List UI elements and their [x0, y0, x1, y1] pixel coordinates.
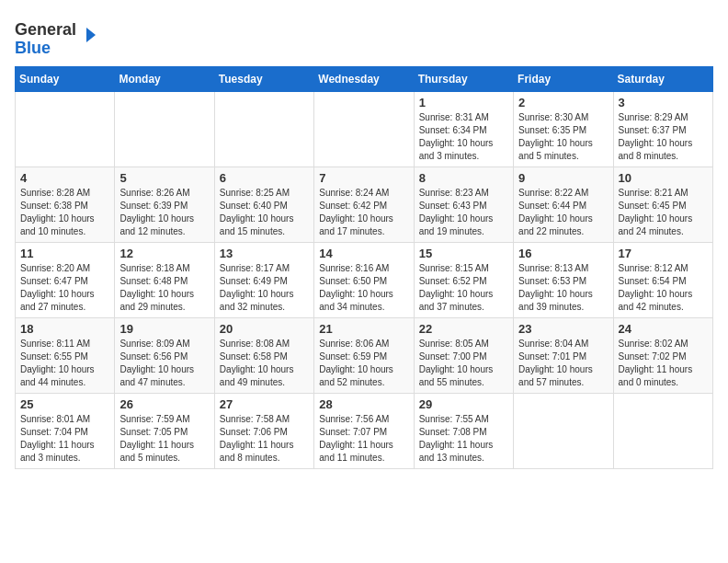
day-number: 23 — [518, 322, 608, 336]
calendar-cell — [514, 394, 613, 469]
day-number: 1 — [419, 96, 508, 109]
svg-marker-1 — [86, 28, 96, 42]
weekday-header: Thursday — [414, 67, 513, 92]
calendar-cell: 10Sunrise: 8:21 AM Sunset: 6:45 PM Dayli… — [613, 167, 712, 243]
logo-svg: General Blue — [15, 15, 97, 59]
page-header: General Blue — [15, 15, 713, 59]
day-info: Sunrise: 8:31 AM Sunset: 6:34 PM Dayligh… — [419, 111, 508, 163]
calendar-cell: 14Sunrise: 8:16 AM Sunset: 6:50 PM Dayli… — [314, 243, 414, 318]
day-number: 26 — [119, 397, 209, 411]
calendar-cell: 13Sunrise: 8:17 AM Sunset: 6:49 PM Dayli… — [214, 243, 313, 318]
day-info: Sunrise: 8:15 AM Sunset: 6:52 PM Dayligh… — [419, 262, 508, 314]
calendar-cell — [613, 394, 712, 469]
day-number: 13 — [220, 247, 309, 260]
day-number: 3 — [619, 96, 708, 109]
calendar-cell: 12Sunrise: 8:18 AM Sunset: 6:48 PM Dayli… — [115, 243, 214, 318]
calendar-week-row: 1Sunrise: 8:31 AM Sunset: 6:34 PM Daylig… — [16, 92, 713, 167]
day-info: Sunrise: 8:18 AM Sunset: 6:48 PM Dayligh… — [119, 262, 209, 314]
day-info: Sunrise: 8:12 AM Sunset: 6:54 PM Dayligh… — [619, 262, 708, 314]
day-number: 10 — [619, 171, 708, 185]
calendar-cell — [16, 92, 115, 167]
calendar-cell: 21Sunrise: 8:06 AM Sunset: 6:59 PM Dayli… — [314, 318, 414, 394]
day-info: Sunrise: 8:17 AM Sunset: 6:49 PM Dayligh… — [220, 262, 309, 314]
day-info: Sunrise: 8:05 AM Sunset: 7:00 PM Dayligh… — [419, 338, 508, 389]
calendar-cell: 23Sunrise: 8:04 AM Sunset: 7:01 PM Dayli… — [514, 318, 613, 394]
calendar-table: SundayMondayTuesdayWednesdayThursdayFrid… — [15, 66, 713, 469]
day-number: 18 — [20, 322, 109, 336]
calendar-cell: 28Sunrise: 7:56 AM Sunset: 7:07 PM Dayli… — [314, 394, 414, 469]
day-number: 6 — [220, 171, 309, 185]
day-info: Sunrise: 8:06 AM Sunset: 6:59 PM Dayligh… — [319, 338, 408, 389]
day-number: 11 — [20, 247, 109, 260]
calendar-cell: 20Sunrise: 8:08 AM Sunset: 6:58 PM Dayli… — [214, 318, 313, 394]
day-info: Sunrise: 8:26 AM Sunset: 6:39 PM Dayligh… — [119, 187, 209, 238]
day-number: 29 — [419, 397, 508, 411]
calendar-cell: 17Sunrise: 8:12 AM Sunset: 6:54 PM Dayli… — [613, 243, 712, 318]
weekday-header: Sunday — [16, 67, 115, 92]
svg-text:Blue: Blue — [15, 39, 51, 57]
day-info: Sunrise: 8:25 AM Sunset: 6:40 PM Dayligh… — [220, 187, 309, 238]
calendar-cell: 4Sunrise: 8:28 AM Sunset: 6:38 PM Daylig… — [16, 167, 115, 243]
day-number: 21 — [319, 322, 408, 336]
calendar-cell: 7Sunrise: 8:24 AM Sunset: 6:42 PM Daylig… — [314, 167, 414, 243]
day-info: Sunrise: 8:20 AM Sunset: 6:47 PM Dayligh… — [20, 262, 109, 314]
day-number: 20 — [220, 322, 309, 336]
calendar-cell: 29Sunrise: 7:55 AM Sunset: 7:08 PM Dayli… — [414, 394, 513, 469]
day-info: Sunrise: 8:21 AM Sunset: 6:45 PM Dayligh… — [619, 187, 708, 238]
calendar-cell: 26Sunrise: 7:59 AM Sunset: 7:05 PM Dayli… — [115, 394, 214, 469]
day-info: Sunrise: 7:59 AM Sunset: 7:05 PM Dayligh… — [119, 413, 209, 465]
day-number: 8 — [419, 171, 508, 185]
day-info: Sunrise: 8:28 AM Sunset: 6:38 PM Dayligh… — [20, 187, 109, 238]
calendar-cell: 5Sunrise: 8:26 AM Sunset: 6:39 PM Daylig… — [115, 167, 214, 243]
calendar-week-row: 4Sunrise: 8:28 AM Sunset: 6:38 PM Daylig… — [16, 167, 713, 243]
calendar-cell: 1Sunrise: 8:31 AM Sunset: 6:34 PM Daylig… — [414, 92, 513, 167]
day-info: Sunrise: 8:24 AM Sunset: 6:42 PM Dayligh… — [319, 187, 408, 238]
calendar-cell — [214, 92, 313, 167]
day-number: 9 — [518, 171, 608, 185]
calendar-cell: 6Sunrise: 8:25 AM Sunset: 6:40 PM Daylig… — [214, 167, 313, 243]
calendar-week-row: 18Sunrise: 8:11 AM Sunset: 6:55 PM Dayli… — [16, 318, 713, 394]
day-number: 7 — [319, 171, 408, 185]
calendar-week-row: 11Sunrise: 8:20 AM Sunset: 6:47 PM Dayli… — [16, 243, 713, 318]
day-info: Sunrise: 8:08 AM Sunset: 6:58 PM Dayligh… — [220, 338, 309, 389]
day-info: Sunrise: 8:02 AM Sunset: 7:02 PM Dayligh… — [619, 338, 708, 389]
calendar-cell: 22Sunrise: 8:05 AM Sunset: 7:00 PM Dayli… — [414, 318, 513, 394]
day-number: 19 — [119, 322, 209, 336]
day-info: Sunrise: 8:04 AM Sunset: 7:01 PM Dayligh… — [518, 338, 608, 389]
day-number: 14 — [319, 247, 408, 260]
day-info: Sunrise: 8:23 AM Sunset: 6:43 PM Dayligh… — [419, 187, 508, 238]
day-info: Sunrise: 7:56 AM Sunset: 7:07 PM Dayligh… — [319, 413, 408, 465]
day-number: 5 — [119, 171, 209, 185]
calendar-cell: 16Sunrise: 8:13 AM Sunset: 6:53 PM Dayli… — [514, 243, 613, 318]
day-info: Sunrise: 8:22 AM Sunset: 6:44 PM Dayligh… — [518, 187, 608, 238]
weekday-header: Friday — [514, 67, 613, 92]
calendar-cell: 19Sunrise: 8:09 AM Sunset: 6:56 PM Dayli… — [115, 318, 214, 394]
calendar-cell: 15Sunrise: 8:15 AM Sunset: 6:52 PM Dayli… — [414, 243, 513, 318]
calendar-cell: 3Sunrise: 8:29 AM Sunset: 6:37 PM Daylig… — [613, 92, 712, 167]
weekday-header: Tuesday — [214, 67, 313, 92]
day-number: 15 — [419, 247, 508, 260]
day-info: Sunrise: 8:13 AM Sunset: 6:53 PM Dayligh… — [518, 262, 608, 314]
calendar-cell: 8Sunrise: 8:23 AM Sunset: 6:43 PM Daylig… — [414, 167, 513, 243]
calendar-cell: 18Sunrise: 8:11 AM Sunset: 6:55 PM Dayli… — [16, 318, 115, 394]
calendar-cell: 25Sunrise: 8:01 AM Sunset: 7:04 PM Dayli… — [16, 394, 115, 469]
day-number: 27 — [220, 397, 309, 411]
day-number: 4 — [20, 171, 109, 185]
calendar-header-row: SundayMondayTuesdayWednesdayThursdayFrid… — [16, 67, 713, 92]
day-number: 22 — [419, 322, 508, 336]
day-info: Sunrise: 8:11 AM Sunset: 6:55 PM Dayligh… — [20, 338, 109, 389]
calendar-cell — [314, 92, 414, 167]
day-number: 2 — [518, 96, 608, 109]
day-info: Sunrise: 8:30 AM Sunset: 6:35 PM Dayligh… — [518, 111, 608, 163]
day-info: Sunrise: 7:55 AM Sunset: 7:08 PM Dayligh… — [419, 413, 508, 465]
day-info: Sunrise: 7:58 AM Sunset: 7:06 PM Dayligh… — [220, 413, 309, 465]
logo: General Blue — [15, 15, 97, 59]
day-info: Sunrise: 8:09 AM Sunset: 6:56 PM Dayligh… — [119, 338, 209, 389]
weekday-header: Wednesday — [314, 67, 414, 92]
calendar-cell: 11Sunrise: 8:20 AM Sunset: 6:47 PM Dayli… — [16, 243, 115, 318]
day-number: 16 — [518, 247, 608, 260]
day-number: 17 — [619, 247, 708, 260]
svg-text:General: General — [15, 20, 76, 39]
day-info: Sunrise: 8:16 AM Sunset: 6:50 PM Dayligh… — [319, 262, 408, 314]
calendar-week-row: 25Sunrise: 8:01 AM Sunset: 7:04 PM Dayli… — [16, 394, 713, 469]
